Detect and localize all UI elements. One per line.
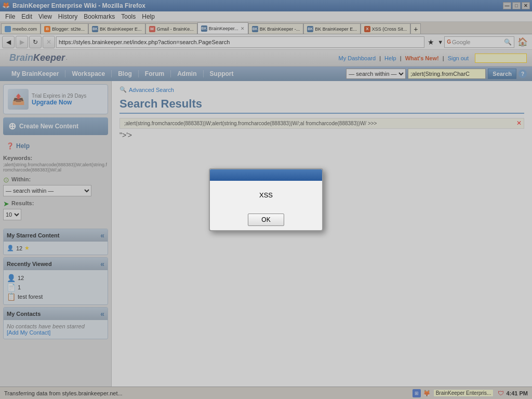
dialog-footer: OK — [210, 209, 322, 230]
alert-dialog: XSS OK — [209, 168, 323, 231]
dialog-body: XSS — [210, 181, 322, 209]
dialog-overlay: XSS OK — [0, 0, 532, 399]
ok-button[interactable]: OK — [248, 214, 284, 226]
dialog-titlebar — [210, 169, 322, 181]
dialog-message: XSS — [259, 191, 273, 199]
